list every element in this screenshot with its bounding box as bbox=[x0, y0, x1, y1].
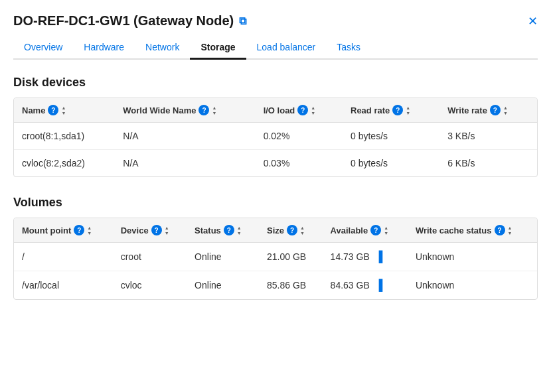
volume-row: /var/local cvloc Online 85.86 GB 84.63 G… bbox=[14, 271, 537, 300]
panel-header: DO-REF-DC1-GW1 (Gateway Node) ⧉ ✕ bbox=[13, 13, 538, 29]
write-rate-help-icon[interactable]: ? bbox=[490, 105, 501, 115]
vol-mount-cell: /var/local bbox=[14, 271, 113, 300]
vol-size-cell: 85.86 GB bbox=[259, 271, 323, 300]
col-available: Available ? bbox=[323, 218, 408, 243]
mount-point-sort-icon[interactable] bbox=[87, 226, 92, 235]
tab-network[interactable]: Network bbox=[135, 36, 190, 60]
write-cache-sort-icon[interactable] bbox=[508, 226, 512, 235]
panel-title: DO-REF-DC1-GW1 (Gateway Node) ⧉ bbox=[13, 13, 246, 29]
wwn-sort-icon[interactable] bbox=[212, 105, 216, 115]
name-help-icon[interactable]: ? bbox=[48, 105, 58, 115]
col-io-load: I/O load ? bbox=[256, 98, 343, 123]
size-help-icon[interactable]: ? bbox=[287, 225, 297, 235]
volumes-table-wrapper: Mount point ? Device ? bbox=[13, 218, 538, 300]
available-bar-icon[interactable]: ▐ bbox=[375, 279, 382, 291]
tab-overview[interactable]: Overview bbox=[13, 36, 73, 60]
col-write-rate: Write rate ? bbox=[439, 98, 537, 123]
disk-read-rate-cell: 0 bytes/s bbox=[343, 123, 439, 150]
vol-status-cell: Online bbox=[187, 271, 259, 300]
vol-mount-cell: / bbox=[14, 243, 113, 271]
vol-available-cell: 84.63 GB ▐ bbox=[323, 271, 408, 300]
vol-device-cell: cvloc bbox=[113, 271, 187, 300]
volumes-table: Mount point ? Device ? bbox=[14, 218, 537, 299]
vol-write-cache-cell: Unknown bbox=[408, 271, 537, 300]
disk-devices-header-row: Name ? World Wide Name ? bbox=[14, 98, 537, 123]
tab-hardware[interactable]: Hardware bbox=[73, 36, 135, 60]
status-sort-icon[interactable] bbox=[237, 226, 242, 235]
available-help-icon[interactable]: ? bbox=[370, 225, 381, 235]
read-rate-sort-icon[interactable] bbox=[406, 105, 410, 115]
io-sort-icon[interactable] bbox=[311, 105, 315, 115]
tab-bar: Overview Hardware Network Storage Load b… bbox=[13, 36, 538, 60]
disk-io-cell: 0.03% bbox=[256, 150, 343, 177]
disk-device-row: cvloc(8:2,sda2) N/A 0.03% 0 bytes/s 6 KB… bbox=[14, 150, 537, 177]
col-status: Status ? bbox=[187, 218, 259, 243]
col-name: Name ? bbox=[14, 98, 115, 123]
disk-name-cell: croot(8:1,sda1) bbox=[14, 123, 115, 150]
read-rate-help-icon[interactable]: ? bbox=[392, 105, 403, 115]
name-sort-icon[interactable] bbox=[61, 105, 66, 115]
io-help-icon[interactable]: ? bbox=[297, 105, 308, 115]
volumes-header-row: Mount point ? Device ? bbox=[14, 218, 537, 243]
volume-row: / croot Online 21.00 GB 14.73 GB ▐ Unkno… bbox=[14, 243, 537, 271]
disk-io-cell: 0.02% bbox=[256, 123, 343, 150]
disk-write-rate-cell: 3 KB/s bbox=[439, 123, 537, 150]
mount-point-help-icon[interactable]: ? bbox=[74, 225, 84, 235]
title-text: DO-REF-DC1-GW1 (Gateway Node) bbox=[13, 13, 234, 29]
status-help-icon[interactable]: ? bbox=[224, 225, 234, 235]
col-mount-point: Mount point ? bbox=[14, 218, 113, 243]
vol-available-cell: 14.73 GB ▐ bbox=[323, 243, 408, 271]
col-read-rate: Read rate ? bbox=[343, 98, 439, 123]
close-icon[interactable]: ✕ bbox=[528, 14, 538, 29]
col-write-cache-status: Write cache status ? bbox=[408, 218, 537, 243]
vol-size-cell: 21.00 GB bbox=[259, 243, 323, 271]
vol-device-cell: croot bbox=[113, 243, 187, 271]
tab-storage[interactable]: Storage bbox=[190, 36, 246, 60]
disk-devices-table-wrapper: Name ? World Wide Name ? bbox=[13, 98, 538, 177]
disk-name-cell: cvloc(8:2,sda2) bbox=[14, 150, 115, 177]
disk-devices-table: Name ? World Wide Name ? bbox=[14, 98, 537, 176]
volumes-title: Volumes bbox=[13, 196, 538, 210]
device-sort-icon[interactable] bbox=[165, 226, 169, 235]
wwn-help-icon[interactable]: ? bbox=[198, 105, 209, 115]
external-link-icon[interactable]: ⧉ bbox=[239, 15, 246, 27]
available-sort-icon[interactable] bbox=[384, 226, 388, 235]
main-panel: DO-REF-DC1-GW1 (Gateway Node) ⧉ ✕ Overvi… bbox=[0, 0, 551, 332]
col-size: Size ? bbox=[259, 218, 323, 243]
size-sort-icon[interactable] bbox=[300, 226, 305, 235]
col-device: Device ? bbox=[113, 218, 187, 243]
available-bar-icon[interactable]: ▐ bbox=[375, 251, 382, 263]
write-cache-help-icon[interactable]: ? bbox=[495, 225, 505, 235]
vol-status-cell: Online bbox=[187, 243, 259, 271]
disk-device-row: croot(8:1,sda1) N/A 0.02% 0 bytes/s 3 KB… bbox=[14, 123, 537, 150]
tab-load-balancer[interactable]: Load balancer bbox=[246, 36, 327, 60]
disk-write-rate-cell: 6 KB/s bbox=[439, 150, 537, 177]
tab-tasks[interactable]: Tasks bbox=[326, 36, 371, 60]
disk-wwn-cell: N/A bbox=[115, 150, 255, 177]
vol-write-cache-cell: Unknown bbox=[408, 243, 537, 271]
disk-read-rate-cell: 0 bytes/s bbox=[343, 150, 439, 177]
write-rate-sort-icon[interactable] bbox=[503, 105, 508, 115]
col-wwn: World Wide Name ? bbox=[115, 98, 255, 123]
device-help-icon[interactable]: ? bbox=[151, 225, 162, 235]
disk-devices-title: Disk devices bbox=[13, 76, 538, 90]
disk-wwn-cell: N/A bbox=[115, 123, 255, 150]
